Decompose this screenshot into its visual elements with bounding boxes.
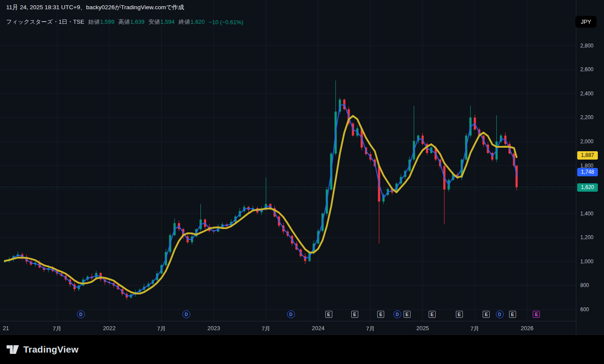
open-value: 1,599 (100, 18, 115, 25)
price-tick-label: 1,000 (580, 258, 593, 265)
symbol-title[interactable]: フィックスターズ・1日・TSE (6, 18, 84, 26)
chart-legend: フィックスターズ・1日・TSE 始値1,599 高値1,639 安値1,594 … (6, 18, 244, 26)
earnings-marker[interactable]: E (429, 311, 436, 318)
price-tick-label: 600 (580, 306, 589, 313)
creation-note: 11月 24, 2025 18:31 UTC+9、backy0226がTradi… (6, 4, 184, 11)
earnings-marker[interactable]: E (377, 311, 384, 318)
dividend-marker[interactable]: D (496, 310, 504, 318)
tradingview-logo-icon[interactable] (6, 344, 19, 356)
low-pair: 安値1,594 (149, 18, 175, 26)
earnings-marker[interactable]: E (404, 311, 411, 318)
earnings-marker[interactable]: E (509, 311, 516, 318)
dividend-marker[interactable]: D (287, 310, 295, 318)
dividend-marker[interactable]: D (182, 310, 190, 318)
time-axis-label: 7月 (470, 325, 479, 333)
time-axis-label: 2026 (521, 325, 534, 331)
time-axis-label: 2023 (207, 325, 220, 331)
open-pair: 始値1,599 (88, 18, 115, 26)
high-pair: 高値1,639 (118, 18, 145, 26)
time-axis-label: 7月 (262, 325, 270, 333)
close-value: 1,620 (190, 18, 205, 25)
price-tick-label: 2,000 (580, 138, 593, 145)
price-tick-label: 1,200 (580, 234, 593, 240)
time-axis-label: 21 (3, 325, 9, 331)
price-badge-sma-long-last: 1,887 (577, 151, 598, 160)
close-pair: 終値1,620 (178, 18, 205, 26)
price-axis[interactable]: 2,8002,6002,4002,2002,0001,8001,4001,200… (576, 0, 604, 335)
time-axis-label: 2025 (416, 325, 429, 331)
low-value: 1,594 (160, 18, 175, 25)
price-badge-sma-short-last: 1,748 (577, 168, 598, 176)
dividend-marker[interactable]: D (393, 310, 401, 318)
time-axis-label: 7月 (157, 325, 166, 333)
earnings-marker[interactable]: E (351, 311, 358, 318)
time-axis-label: 7月 (53, 325, 62, 333)
time-axis-label: 7月 (366, 325, 375, 333)
currency-toggle-button[interactable]: JPY (575, 16, 597, 28)
price-tick-label: 1,400 (580, 211, 593, 217)
price-tick-label: 800 (580, 282, 589, 288)
time-axis-label: 2022 (103, 325, 116, 331)
price-badge-last-price: 1,620 (577, 183, 598, 192)
high-label: 高値 (118, 18, 130, 25)
upcoming-earnings-marker[interactable]: E (533, 311, 540, 318)
earnings-marker[interactable]: E (483, 311, 490, 318)
event-markers-layer: DDDEEEDEEEEDEE (0, 0, 576, 321)
price-tick-label: 2,800 (580, 43, 593, 49)
earnings-marker[interactable]: E (456, 311, 463, 318)
time-axis[interactable]: 217月20227月20237月20247月20257月2026 (0, 321, 576, 335)
earnings-marker[interactable]: E (325, 311, 332, 318)
bottom-bar: TradingView (0, 335, 604, 364)
open-label: 始値 (88, 18, 100, 25)
tradingview-logo-text[interactable]: TradingView (23, 344, 79, 355)
close-label: 終値 (178, 18, 190, 25)
price-tick-label: 2,600 (580, 66, 593, 73)
change-value: −10 (−0.61%) (209, 19, 244, 25)
tradingview-published-chart: 11月 24, 2025 18:31 UTC+9、backy0226がTradi… (0, 0, 604, 364)
low-label: 安値 (149, 18, 160, 25)
price-tick-label: 2,400 (580, 91, 593, 97)
dividend-marker[interactable]: D (77, 310, 85, 318)
high-value: 1,639 (130, 18, 145, 25)
price-tick-label: 2,200 (580, 114, 593, 120)
time-axis-label: 2024 (312, 325, 324, 331)
